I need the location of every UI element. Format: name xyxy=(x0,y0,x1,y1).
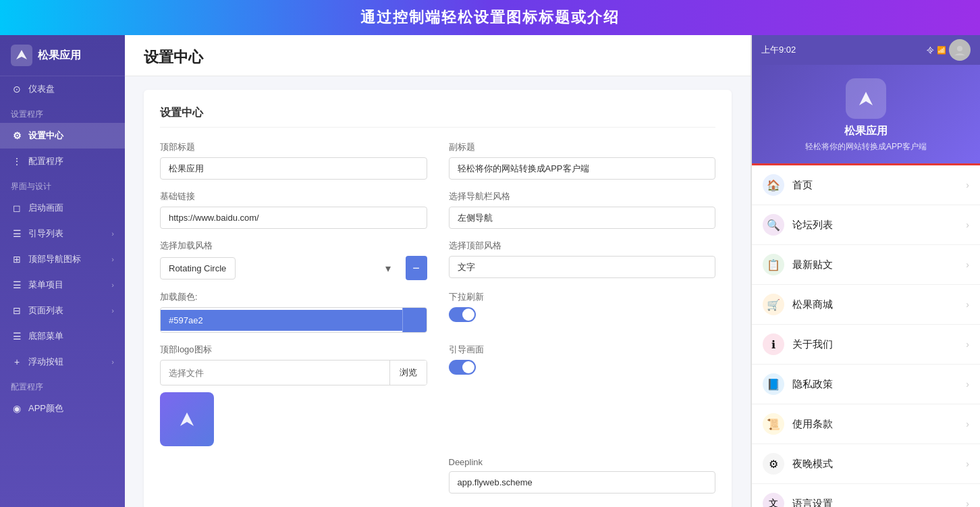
load-style-minus-button[interactable]: − xyxy=(406,256,427,280)
content-header: 设置中心 xyxy=(125,35,751,76)
top-title-input[interactable] xyxy=(160,157,427,180)
load-style-select-row: Rotating Circle ▾ − xyxy=(160,256,427,280)
latest-menu-icon: 📋 xyxy=(763,254,784,275)
top-title-label: 顶部标题 xyxy=(160,141,427,153)
phone-menu-item-privacy[interactable]: 📘 隐私政策 › xyxy=(752,365,980,404)
sidebar-item-dashboard[interactable]: ⊙ 仪表盘 xyxy=(0,76,125,102)
statusbar-time: 上午9:02 xyxy=(761,44,796,56)
sidebar: 松果应用 ⊙ 仪表盘 设置程序 ⚙ 设置中心 ⋮ 配置程序 界面与设计 ◻ 启动… xyxy=(0,35,125,507)
nav-style-input[interactable] xyxy=(449,207,716,229)
top-banner: 通过控制端轻松设置图标标题或介绍 xyxy=(0,0,980,35)
logo-icon xyxy=(11,45,32,66)
form-group-top-style: 选择顶部风格 xyxy=(449,240,716,280)
top-nav-icon: ⊞ xyxy=(11,253,23,265)
dashboard-icon: ⊙ xyxy=(11,83,23,95)
phone-menu-item-language[interactable]: 文 语言设置 › xyxy=(752,484,980,507)
logo-preview-icon xyxy=(173,406,200,433)
form-group-base-url: 基础链接 xyxy=(160,190,427,229)
file-input-wrap: 浏览 xyxy=(160,360,427,385)
night-menu-arrow: › xyxy=(966,458,969,469)
language-menu-icon: 文 xyxy=(763,493,784,507)
phone-panel: 上午9:02 令 📶 松果应用 轻松将你的网站转换成APP客户端 xyxy=(751,35,980,507)
load-style-select[interactable]: Rotating Circle xyxy=(160,257,236,279)
shop-menu-icon: 🛒 xyxy=(763,294,784,315)
sidebar-item-label: 仪表盘 xyxy=(28,83,55,95)
home-menu-icon: 🏠 xyxy=(763,174,784,196)
base-url-input[interactable] xyxy=(160,207,427,229)
sidebar-item-label: 设置中心 xyxy=(28,130,63,142)
color-swatch[interactable] xyxy=(402,308,427,332)
form-group-deeplink: Deeplink xyxy=(449,457,716,493)
sidebar-item-label: 顶部导航图标 xyxy=(28,253,81,265)
phone-menu-item-terms[interactable]: 📜 使用条款 › xyxy=(752,404,980,444)
guide-screen-toggle[interactable] xyxy=(449,360,476,375)
form-group-top-title: 顶部标题 xyxy=(160,141,427,180)
form-group-guide-screen: 引导画面 xyxy=(449,344,716,446)
form-group-subtitle: 副标题 xyxy=(449,141,716,180)
sidebar-item-settings-center[interactable]: ⚙ 设置中心 xyxy=(0,123,125,149)
phone-menu-item-about[interactable]: ℹ 关于我们 › xyxy=(752,325,980,365)
phone-app-name: 松果应用 xyxy=(844,124,888,138)
color-input[interactable] xyxy=(161,310,402,331)
phone-menu-item-latest[interactable]: 📋 最新贴文 › xyxy=(752,245,980,285)
content-body: 设置中心 顶部标题 副标题 基础链接 xyxy=(125,76,751,507)
avatar xyxy=(949,39,971,61)
phone-app-icon xyxy=(846,78,886,119)
sidebar-item-guide-list[interactable]: ☰ 引导列表 › xyxy=(0,221,125,246)
sidebar-item-splash[interactable]: ◻ 启动画面 xyxy=(0,195,125,221)
sidebar-item-config-program[interactable]: ⋮ 配置程序 xyxy=(0,149,125,174)
statusbar-icons: 令 📶 xyxy=(927,39,971,61)
sidebar-logo-text: 松果应用 xyxy=(38,49,81,63)
shop-menu-arrow: › xyxy=(966,299,969,310)
language-menu-label: 语言设置 xyxy=(792,498,966,508)
sidebar-item-app-color[interactable]: ◉ APP颜色 xyxy=(0,396,125,421)
subtitle-input[interactable] xyxy=(449,157,716,180)
bottom-menu-icon: ☰ xyxy=(11,330,23,342)
phone-app-card: 松果应用 轻松将你的网站转换成APP客户端 xyxy=(752,65,980,165)
deeplink-input[interactable] xyxy=(449,471,716,493)
language-menu-arrow: › xyxy=(966,498,969,507)
arrow-icon: › xyxy=(111,230,114,238)
sidebar-item-bottom-menu[interactable]: ☰ 底部菜单 xyxy=(0,323,125,349)
banner-title: 通过控制端轻松设置图标标题或介绍 xyxy=(360,7,620,28)
phone-menu-item-night[interactable]: ⚙ 夜晚模式 › xyxy=(752,444,980,484)
top-style-input[interactable] xyxy=(449,256,716,278)
load-color-label: 加载颜色: xyxy=(160,291,427,303)
pull-refresh-toggle[interactable] xyxy=(449,307,476,322)
about-menu-label: 关于我们 xyxy=(792,338,966,351)
about-menu-icon: ℹ xyxy=(763,333,784,355)
browse-button[interactable]: 浏览 xyxy=(389,361,427,385)
guide-icon: ☰ xyxy=(11,228,23,240)
forum-menu-icon: 🔍 xyxy=(763,214,784,236)
phone-menu-item-forum[interactable]: 🔍 论坛列表 › xyxy=(752,205,980,245)
menu-icon: ☰ xyxy=(11,279,23,291)
top-style-label: 选择顶部风格 xyxy=(449,240,716,252)
home-menu-arrow: › xyxy=(966,180,969,190)
sidebar-item-page-list[interactable]: ⊟ 页面列表 › xyxy=(0,298,125,323)
logo-preview xyxy=(160,392,214,446)
form-group-logo: 顶部logo图标 浏览 xyxy=(160,344,427,446)
privacy-menu-arrow: › xyxy=(966,379,969,390)
sidebar-item-menu-items[interactable]: ☰ 菜单项目 › xyxy=(0,272,125,298)
nav-style-label: 选择导航栏风格 xyxy=(449,190,716,203)
guide-screen-label: 引导画面 xyxy=(449,344,716,356)
sidebar-item-label: 菜单项目 xyxy=(28,279,63,291)
splash-icon: ◻ xyxy=(11,202,23,214)
forum-menu-arrow: › xyxy=(966,219,969,230)
home-menu-label: 首页 xyxy=(792,179,966,192)
select-arrow-icon: ▾ xyxy=(381,261,395,275)
latest-menu-label: 最新贴文 xyxy=(792,259,966,271)
phone-menu-item-shop[interactable]: 🛒 松果商城 › xyxy=(752,285,980,325)
settings-card: 设置中心 顶部标题 副标题 基础链接 xyxy=(144,90,732,507)
about-menu-arrow: › xyxy=(966,339,969,350)
arrow-icon: › xyxy=(111,306,114,315)
sidebar-item-float-btn[interactable]: + 浮动按钮 › xyxy=(0,349,125,375)
page-list-icon: ⊟ xyxy=(11,304,23,317)
sidebar-section-settings: 设置程序 xyxy=(0,102,125,123)
deeplink-label: Deeplink xyxy=(449,457,716,467)
pull-refresh-label: 下拉刷新 xyxy=(449,291,716,303)
phone-menu-item-home[interactable]: 🏠 首页 › xyxy=(752,165,980,205)
sidebar-item-top-nav-icon[interactable]: ⊞ 顶部导航图标 › xyxy=(0,246,125,272)
latest-menu-arrow: › xyxy=(966,259,969,270)
file-input[interactable] xyxy=(161,363,389,383)
